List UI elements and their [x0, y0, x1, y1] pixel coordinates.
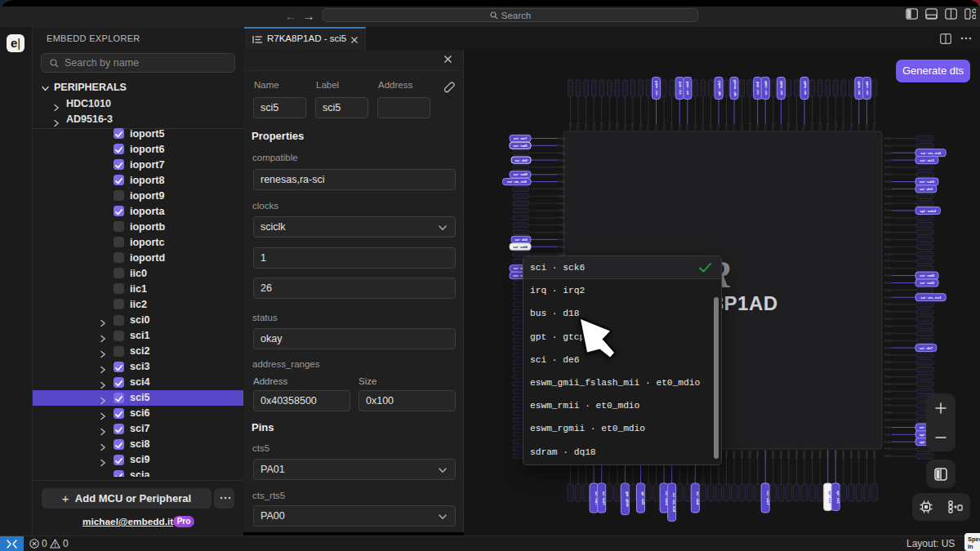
- svg-text:P407: P407: [884, 188, 891, 191]
- svg-text:P400: P400: [884, 137, 891, 140]
- svg-text:P426: P426: [884, 325, 891, 328]
- svg-text:P321: P321: [733, 451, 736, 458]
- svg-text:P406: P406: [884, 180, 891, 184]
- svg-text:P602: P602: [559, 152, 565, 155]
- svg-text:sci · cts_rts9: sci · cts_rts9: [507, 180, 527, 184]
- svg-text:P114: P114: [679, 123, 682, 130]
- svg-text:sci · cts_rts6: sci · cts_rts6: [920, 151, 941, 155]
- svg-text:P128: P128: [787, 123, 791, 130]
- svg-text:P404: P404: [884, 166, 891, 169]
- svg-text:P130: P130: [803, 123, 806, 130]
- svg-text:P102: P102: [585, 123, 588, 130]
- svg-text:P417: P417: [884, 260, 891, 263]
- svg-text:P100: P100: [569, 123, 572, 130]
- svg-text:sci · rxd3: sci · rxd3: [920, 273, 934, 278]
- svg-text:sci · cts_rts3: sci · cts_rts3: [920, 295, 941, 300]
- svg-text:P442: P442: [884, 441, 891, 444]
- svg-text:P113: P113: [670, 123, 674, 130]
- svg-text:P105: P105: [608, 123, 612, 130]
- svg-text:P133: P133: [826, 123, 830, 130]
- svg-text:sci · sck7: sci · sck7: [766, 491, 770, 505]
- svg-text:spi · mosi0: spi · mosi0: [733, 79, 737, 96]
- svg-text:sci · cts_rts4: sci · cts_rts4: [672, 492, 676, 512]
- svg-text:P139: P139: [873, 123, 876, 130]
- svg-text:P418: P418: [884, 267, 891, 270]
- svg-text:P432: P432: [884, 368, 891, 371]
- svg-text:P439: P439: [884, 419, 891, 422]
- svg-text:P605: P605: [559, 173, 565, 176]
- svg-text:P440: P440: [884, 426, 891, 429]
- svg-text:P136: P136: [850, 123, 853, 130]
- svg-text:P320: P320: [725, 451, 728, 458]
- svg-text:gpt · gtiob: gpt · gtiob: [626, 491, 630, 507]
- svg-text:P108: P108: [631, 123, 635, 130]
- svg-text:spi · ssla1: spi · ssla1: [717, 80, 721, 96]
- svg-text:sci · txd6: sci · txd6: [857, 81, 861, 95]
- svg-text:P125: P125: [764, 123, 768, 130]
- svg-text:P107: P107: [624, 123, 627, 130]
- svg-text:P111: P111: [655, 124, 658, 131]
- svg-text:P615: P615: [559, 246, 565, 249]
- svg-text:P410: P410: [884, 209, 891, 212]
- svg-text:P601: P601: [559, 144, 565, 148]
- svg-text:P438: P438: [884, 411, 891, 415]
- svg-text:P336: P336: [850, 451, 853, 458]
- svg-text:P613: P613: [559, 231, 565, 234]
- svg-text:sci · de4: sci · de4: [755, 81, 760, 94]
- svg-text:P123: P123: [749, 123, 752, 130]
- svg-text:P131: P131: [811, 123, 814, 130]
- svg-text:sci · sck3: sci · sck3: [920, 180, 935, 184]
- svg-text:sci · rxd9: sci · rxd9: [514, 172, 528, 176]
- svg-text:P331: P331: [811, 451, 814, 458]
- svg-text:P326: P326: [772, 451, 775, 458]
- svg-text:P101: P101: [577, 123, 580, 130]
- svg-text:P103: P103: [593, 123, 596, 130]
- svg-text:sci · cts3: sci · cts3: [920, 158, 934, 162]
- svg-text:sci · sck9: sci · sck9: [654, 81, 658, 96]
- svg-text:P414: P414: [884, 238, 891, 242]
- svg-text:P402: P402: [884, 152, 891, 155]
- svg-text:sci · de7: sci · de7: [920, 346, 933, 350]
- svg-text:P104: P104: [600, 123, 604, 130]
- svg-text:P600: P600: [559, 137, 565, 140]
- svg-text:spi · cs3: spi · cs3: [836, 491, 840, 504]
- svg-text:P334: P334: [835, 451, 838, 458]
- svg-text:P411: P411: [884, 216, 891, 220]
- svg-text:sci · de6: sci · de6: [514, 238, 528, 242]
- svg-text:P435: P435: [884, 390, 891, 393]
- svg-text:sci · txd9: sci · txd9: [803, 81, 807, 95]
- svg-text:P408: P408: [884, 195, 891, 198]
- svg-text:P412: P412: [884, 224, 891, 227]
- svg-text:P444: P444: [884, 455, 891, 458]
- svg-text:P325: P325: [764, 451, 768, 458]
- svg-text:P324: P324: [756, 451, 760, 458]
- svg-text:P330: P330: [803, 451, 806, 458]
- svg-text:P611: P611: [559, 216, 565, 220]
- svg-text:P434: P434: [884, 383, 891, 386]
- svg-text:P332: P332: [819, 451, 822, 458]
- svg-text:sci · txd4: sci · txd4: [779, 81, 783, 95]
- svg-text:P420: P420: [884, 282, 891, 285]
- svg-text:P121: P121: [733, 123, 736, 130]
- svg-text:sci · rxd5: sci · rxd5: [514, 144, 528, 148]
- svg-text:P119: P119: [717, 123, 720, 130]
- svg-text:P610: P610: [559, 209, 565, 212]
- svg-text:sci · cts4: sci · cts4: [696, 491, 700, 505]
- svg-text:P109: P109: [639, 123, 643, 130]
- svg-text:P428: P428: [884, 340, 891, 343]
- svg-text:P423: P423: [884, 303, 891, 306]
- svg-text:P422: P422: [884, 296, 891, 300]
- svg-text:P116: P116: [694, 123, 697, 130]
- svg-text:P403: P403: [884, 159, 891, 162]
- svg-text:sci · de9: sci · de9: [678, 81, 682, 94]
- svg-text:P333: P333: [826, 451, 830, 458]
- svg-text:P339: P339: [873, 451, 876, 458]
- svg-text:P429: P429: [884, 347, 891, 350]
- svg-text:P138: P138: [866, 123, 869, 130]
- svg-text:sci · de5: sci · de5: [514, 158, 528, 162]
- svg-text:P609: P609: [559, 202, 565, 206]
- svg-text:P425: P425: [884, 318, 891, 321]
- svg-text:P328: P328: [787, 451, 791, 458]
- svg-text:P120: P120: [725, 123, 728, 130]
- svg-text:P405: P405: [884, 173, 891, 176]
